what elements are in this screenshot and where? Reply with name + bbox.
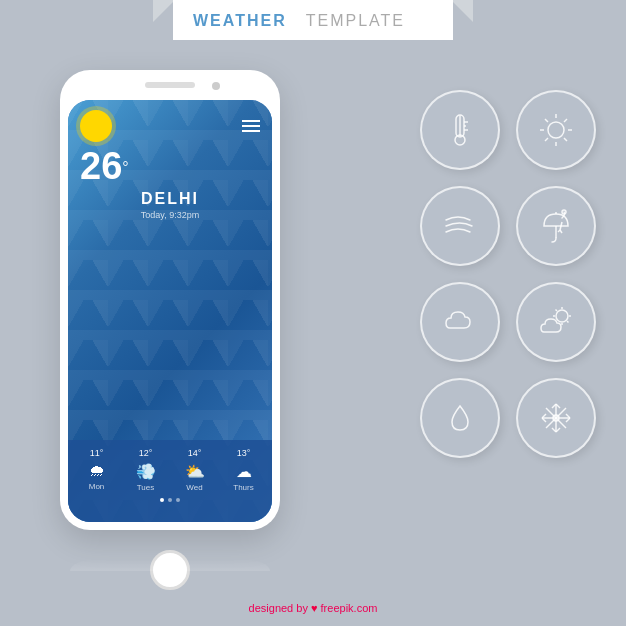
- date-time: Today, 9:32pm: [68, 210, 272, 220]
- ribbon-body: WEATHER TEMPLATE: [173, 0, 453, 40]
- forecast-mon: 11° 🌧 Mon: [72, 448, 121, 491]
- partly-cloudy-sun-icon-circle: [516, 282, 596, 362]
- cloud-icon: [438, 300, 482, 344]
- phone-speaker: [145, 82, 195, 88]
- raindrop-icon-circle: [420, 378, 500, 458]
- degree-symbol: °: [122, 159, 128, 176]
- rain-icon-small: 🌧: [72, 462, 121, 480]
- wind-icon-small: 💨: [121, 462, 170, 481]
- svg-point-6: [548, 122, 564, 138]
- thermometer-icon: [438, 108, 482, 152]
- partly-cloudy-sun-icon: [534, 300, 578, 344]
- forecast-tues: 12° 💨 Tues: [121, 448, 170, 492]
- svg-line-26: [567, 321, 569, 323]
- forecast-section: 11° 🌧 Mon 12° 💨 Tues 14°: [68, 440, 272, 522]
- footer: designed by ♥ freepik.com: [249, 602, 378, 614]
- ribbon-right-tail: [451, 0, 473, 22]
- footer-text: designed by: [249, 602, 311, 614]
- banner-title: WEATHER TEMPLATE: [193, 12, 433, 30]
- dot-3: [176, 498, 180, 502]
- snowflake-icon: [534, 396, 578, 440]
- svg-line-13: [564, 119, 567, 122]
- phone-reflection: [70, 559, 270, 571]
- forecast-thurs: 13° ☁ Thurs: [219, 448, 268, 492]
- svg-line-14: [545, 138, 548, 141]
- footer-brand: freepik.com: [321, 602, 378, 614]
- dot-2: [168, 498, 172, 502]
- svg-point-20: [556, 310, 568, 322]
- svg-line-12: [564, 138, 567, 141]
- phone-camera: [212, 82, 220, 90]
- hamburger-menu[interactable]: [242, 120, 260, 132]
- phone-screen: 26° DELHI Today, 9:32pm 11° 🌧 Mon: [68, 100, 272, 522]
- cloud-icon-circle: [420, 282, 500, 362]
- partly-cloudy-icon-small: ⛅: [170, 462, 219, 481]
- thermometer-icon-circle: [420, 90, 500, 170]
- phone-body: 26° DELHI Today, 9:32pm 11° 🌧 Mon: [60, 70, 280, 530]
- temperature-value: 26: [80, 145, 122, 187]
- wind-icon-circle: [420, 186, 500, 266]
- sun-icon-large: [80, 110, 112, 142]
- banner-word2: TEMPLATE: [306, 12, 405, 29]
- cloud-icon-small: ☁: [219, 462, 268, 481]
- svg-line-17: [560, 222, 562, 230]
- phone-mockup: 26° DELHI Today, 9:32pm 11° 🌧 Mon: [60, 70, 280, 550]
- banner: WEATHER TEMPLATE: [153, 0, 473, 40]
- carousel-dots: [72, 492, 268, 502]
- city-name: DELHI: [68, 190, 272, 208]
- sun-icon: [534, 108, 578, 152]
- svg-line-25: [556, 310, 558, 312]
- svg-line-11: [545, 119, 548, 122]
- umbrella-icon: [534, 204, 578, 248]
- temperature-display: 26°: [68, 142, 272, 185]
- ribbon-left-tail: [153, 0, 175, 22]
- weather-icons-grid: [420, 90, 596, 458]
- sun-icon-circle: [516, 90, 596, 170]
- heart-icon: ♥: [311, 602, 318, 614]
- forecast-row: 11° 🌧 Mon 12° 💨 Tues 14°: [72, 448, 268, 492]
- svg-line-19: [560, 230, 562, 233]
- banner-word1: WEATHER: [193, 12, 287, 29]
- dot-1: [160, 498, 164, 502]
- weather-top-bar: [68, 100, 272, 142]
- wind-icon: [438, 204, 482, 248]
- umbrella-icon-circle: [516, 186, 596, 266]
- raindrop-icon: [438, 396, 482, 440]
- snowflake-icon-circle: [516, 378, 596, 458]
- forecast-wed: 14° ⛅ Wed: [170, 448, 219, 492]
- weather-background: 26° DELHI Today, 9:32pm 11° 🌧 Mon: [68, 100, 272, 522]
